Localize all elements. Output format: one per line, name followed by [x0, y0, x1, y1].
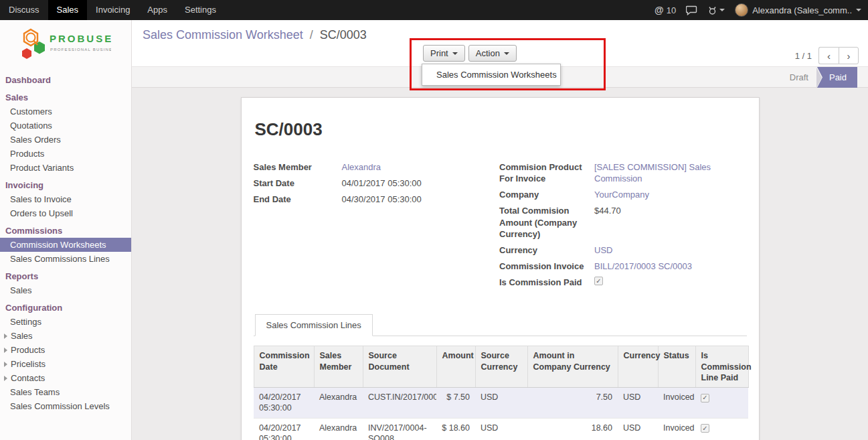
- sidebar-nav: Dashboard Sales Customers Quotations Sal…: [0, 72, 131, 413]
- sidebar-heading-configuration[interactable]: Configuration: [0, 301, 131, 315]
- field-label: Sales Member: [254, 161, 342, 173]
- menu-settings[interactable]: Settings: [176, 0, 225, 20]
- sidebar-heading-commissions[interactable]: Commissions: [0, 224, 131, 238]
- print-button-label: Print: [430, 48, 448, 58]
- record-sheet: SC/0003 Sales Member Alexandra Start Dat…: [241, 97, 760, 440]
- check-icon: ✓: [596, 278, 601, 285]
- dropdown-item-sales-commission-worksheets[interactable]: Sales Commission Worksheets: [422, 64, 560, 85]
- debug-icon: [707, 5, 717, 15]
- field-end-date: End Date 04/30/2017 05:30:00: [254, 194, 500, 205]
- chevron-left-icon: ‹: [827, 50, 831, 62]
- sales-member-link[interactable]: Alexandra: [342, 161, 381, 173]
- cell-line-paid: ✓: [695, 418, 748, 440]
- commission-lines-table: Commission Date Sales Member Source Docu…: [254, 346, 749, 440]
- menu-discuss[interactable]: Discuss: [0, 0, 48, 20]
- expand-arrow-icon: [4, 376, 7, 381]
- header-source-currency: Source Currency: [475, 346, 527, 388]
- field-label: Currency: [499, 244, 594, 256]
- stage-paid[interactable]: Paid: [817, 67, 857, 88]
- sidebar-item-config-sales[interactable]: Sales: [0, 329, 131, 343]
- sidebar: PROBUSE PROFESSIONAL BUSINESS Dashboard …: [0, 20, 132, 440]
- field-label: Start Date: [254, 177, 342, 189]
- sidebar-item-product-variants[interactable]: Product Variants: [0, 161, 131, 175]
- sidebar-item-label: Products: [11, 345, 45, 355]
- chat-button[interactable]: [686, 5, 697, 15]
- breadcrumb-current: SC/0003: [320, 28, 367, 42]
- header-sales-member: Sales Member: [314, 346, 363, 388]
- pager-previous-button[interactable]: ‹: [818, 47, 839, 64]
- sidebar-item-sales-to-invoice[interactable]: Sales to Invoice: [0, 192, 131, 206]
- sidebar-item-commission-worksheets[interactable]: Commission Worksheets: [0, 238, 131, 252]
- sidebar-item-sales-orders[interactable]: Sales Orders: [0, 133, 131, 147]
- header-is-commission-line-paid: Is Commission Line Paid: [695, 346, 748, 388]
- header-amount: Amount: [436, 346, 475, 388]
- print-button[interactable]: Print: [423, 45, 465, 62]
- line-paid-checkbox: ✓: [701, 394, 709, 402]
- field-label: Is Commission Paid: [499, 277, 594, 288]
- sidebar-item-customers[interactable]: Customers: [0, 104, 131, 119]
- sidebar-item-quotations[interactable]: Quotations: [0, 119, 131, 133]
- topbar: Discuss Sales Invoicing Apps Settings @ …: [0, 0, 868, 20]
- sidebar-item-reports-sales[interactable]: Sales: [0, 283, 131, 297]
- logo-subtitle: PROFESSIONAL BUSINESS: [50, 48, 111, 52]
- user-menu[interactable]: Alexandra (Sales_comm..: [735, 3, 861, 17]
- sidebar-item-sales-teams[interactable]: Sales Teams: [0, 385, 131, 399]
- commission-product-link[interactable]: [SALES COMMISSION] Sales Commission: [594, 161, 747, 184]
- cell-amount-company: 18.60: [527, 418, 618, 440]
- header-amount-company-currency: Amount in Company Currency: [527, 346, 618, 388]
- breadcrumb-parent-link[interactable]: Sales Commission Worksheet: [143, 28, 303, 42]
- field-commission-product: Commision Product For Invoice [SALES COM…: [499, 161, 747, 184]
- sidebar-item-label: Pricelists: [11, 359, 46, 369]
- sidebar-item-label: Contacts: [11, 373, 45, 383]
- cell-source-currency: USD: [475, 388, 527, 419]
- currency-link[interactable]: USD: [594, 244, 612, 256]
- sidebar-item-products[interactable]: Products: [0, 147, 131, 161]
- sidebar-item-config-products[interactable]: Products: [0, 343, 131, 357]
- action-button[interactable]: Action: [468, 45, 517, 62]
- cell-amount: $ 7.50: [436, 388, 475, 419]
- expand-arrow-icon: [4, 348, 7, 353]
- sidebar-heading-reports[interactable]: Reports: [0, 269, 131, 283]
- field-column-right: Commision Product For Invoice [SALES COM…: [499, 161, 747, 293]
- app-window: { "icons": { "check": "✓", "chevron_left…: [0, 0, 868, 440]
- notebook-tabs: Sales Commission Lines: [254, 314, 747, 336]
- cell-commission-date: 04/20/2017 05:30:00: [254, 388, 314, 419]
- menu-apps[interactable]: Apps: [139, 0, 176, 20]
- sidebar-item-dashboard[interactable]: Dashboard: [0, 73, 131, 87]
- caret-down-icon: [504, 52, 509, 55]
- sidebar-item-orders-to-upsell[interactable]: Orders to Upsell: [0, 206, 131, 220]
- sidebar-item-sales-commissions-lines[interactable]: Sales Commissions Lines: [0, 252, 131, 266]
- sidebar-item-pricelists[interactable]: Pricelists: [0, 357, 131, 371]
- company-link[interactable]: YourCompany: [594, 189, 649, 200]
- logo-title: PROBUSE: [50, 33, 111, 44]
- pager-next-button[interactable]: ›: [839, 47, 859, 64]
- menu-sales[interactable]: Sales: [48, 0, 88, 20]
- debug-menu-button[interactable]: [707, 5, 725, 15]
- cell-status: Invoiced: [658, 418, 695, 440]
- cell-commission-date: 04/20/2017 05:30:00: [254, 418, 314, 440]
- cell-currency: USD: [618, 388, 658, 419]
- check-icon: ✓: [702, 425, 707, 432]
- cell-source-document: INV/2017/0004-SO008: [363, 418, 436, 440]
- table-header-row: Commission Date Sales Member Source Docu…: [254, 346, 748, 388]
- sidebar-item-settings[interactable]: Settings: [0, 315, 131, 329]
- statusbar: Draft Paid: [782, 67, 857, 88]
- field-sales-member: Sales Member Alexandra: [254, 161, 500, 173]
- mentions-button[interactable]: @ 10: [655, 5, 676, 15]
- sidebar-item-label: Sales: [11, 331, 33, 341]
- cell-sales-member: Alexandra: [314, 388, 363, 419]
- cell-amount-company: 7.50: [527, 388, 618, 419]
- table-row[interactable]: 04/20/2017 05:30:00 Alexandra CUST.IN/20…: [254, 388, 748, 419]
- tab-sales-commission-lines[interactable]: Sales Commission Lines: [255, 314, 373, 336]
- stage-draft[interactable]: Draft: [782, 67, 816, 88]
- table-row[interactable]: 04/20/2017 05:30:00 Alexandra INV/2017/0…: [254, 418, 748, 440]
- header-commission-date: Commission Date: [254, 346, 314, 388]
- field-is-commission-paid: Is Commission Paid ✓: [499, 277, 747, 288]
- sidebar-heading-sales[interactable]: Sales: [0, 90, 131, 104]
- commission-invoice-link[interactable]: BILL/2017/0003 SC/0003: [594, 261, 692, 272]
- sidebar-heading-invoicing[interactable]: Invoicing: [0, 178, 131, 192]
- sidebar-item-contacts[interactable]: Contacts: [0, 371, 131, 385]
- menu-invoicing[interactable]: Invoicing: [87, 0, 139, 20]
- topbar-right: @ 10 Alexandra (Sales_comm..: [655, 0, 868, 20]
- sidebar-item-sales-commission-levels[interactable]: Sales Commission Levels: [0, 399, 131, 413]
